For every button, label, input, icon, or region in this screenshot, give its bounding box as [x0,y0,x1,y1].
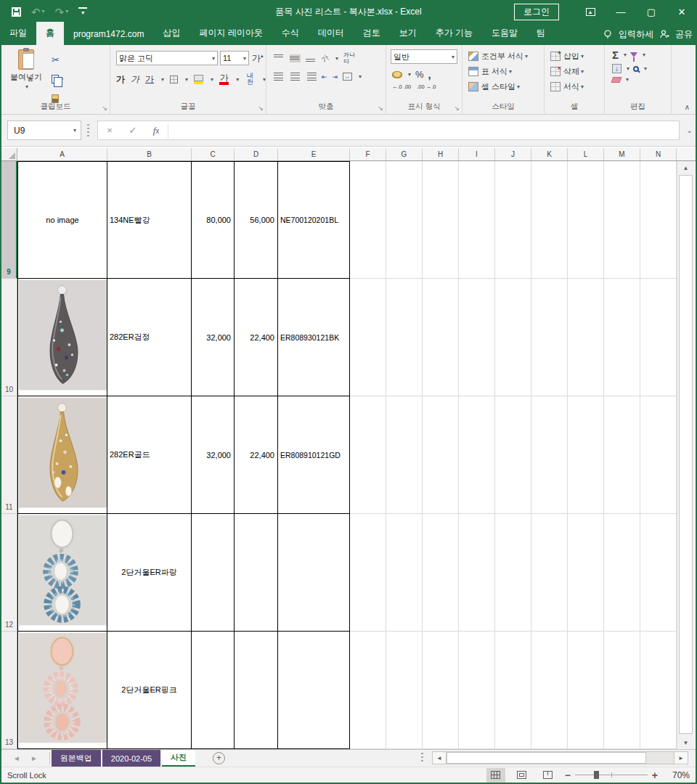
cell-empty[interactable] [604,514,640,632]
cell-price[interactable]: 32,000 [192,279,235,396]
cell-empty[interactable] [459,161,495,279]
tab-page-layout[interactable]: 페이지 레이아웃 [189,22,272,45]
cell-empty[interactable] [459,632,495,749]
column-header-K[interactable]: K [531,148,568,160]
cell-empty[interactable] [386,396,423,514]
cell-empty[interactable] [568,161,604,279]
maximize-button[interactable]: ▢ [636,0,667,23]
middle-align-icon[interactable] [290,54,301,62]
scroll-down-icon[interactable]: ▼ [677,736,694,749]
column-header-I[interactable]: I [459,148,495,160]
format-as-table-button[interactable]: 표 서식▾ [468,64,528,79]
sort-filter-icon[interactable] [630,52,637,57]
row-header-13[interactable]: 13 [1,632,17,749]
cell-empty[interactable] [423,514,459,632]
increase-indent-icon[interactable]: ⇥ [333,73,338,81]
horizontal-scrollbar-thumb[interactable] [447,752,646,764]
decrease-decimal-button[interactable]: .00 →.0 [417,83,436,90]
cell-item-name[interactable]: 282ER골드 [107,396,192,514]
undo-icon[interactable]: ↶▾ [31,7,45,17]
tab-addins[interactable]: 추가 기능 [426,22,482,45]
cell-code[interactable]: ER808910121GD [278,396,350,514]
cell-empty[interactable] [423,279,459,396]
zoom-slider[interactable] [575,775,648,775]
customize-qat-icon[interactable]: ▾ [78,7,87,16]
cell-photo[interactable] [17,396,107,514]
tell-me-box[interactable]: 입력하세 [619,28,653,41]
scroll-left-icon[interactable]: ◄ [432,751,447,764]
zoom-slider-thumb[interactable] [594,771,599,779]
column-header-G[interactable]: G [386,148,423,160]
cell-sale-price[interactable]: 22,400 [235,396,278,514]
close-button[interactable]: ✕ [667,0,697,23]
cell-empty[interactable] [386,632,423,749]
font-color-button[interactable]: 가 [219,73,229,85]
cell-empty[interactable] [568,514,604,632]
zoom-level[interactable]: 70% [665,770,690,780]
page-break-view-button[interactable] [539,768,558,783]
column-header-L[interactable]: L [568,148,604,160]
insert-function-icon[interactable]: fx [144,125,168,136]
cell-item-name[interactable]: 2단거울ER핑크 [107,632,192,749]
cell-empty[interactable] [604,279,640,396]
alignment-dialog-launcher-icon[interactable]: ↘ [378,105,383,112]
increase-decimal-button[interactable]: ←.0 .00 [392,83,411,90]
clear-icon[interactable] [611,77,622,83]
tab-file[interactable]: 파일 [0,22,36,45]
cell-empty[interactable] [386,514,423,632]
column-header-J[interactable]: J [495,148,531,160]
find-select-icon[interactable] [633,66,639,72]
decrease-indent-icon[interactable]: ⇤ [322,73,327,81]
tab-home[interactable]: 홈 [36,22,64,45]
share-button[interactable]: 공유 [675,28,693,41]
cell-empty[interactable] [568,279,604,396]
align-center-icon[interactable] [290,73,301,81]
cell-styles-button[interactable]: 셀 스타일▾ [468,79,528,94]
delete-cells-button[interactable]: ×삭제▾ [550,64,584,79]
cell-empty[interactable] [568,632,604,749]
column-header-B[interactable]: B [107,148,192,160]
cell-empty[interactable] [350,279,386,396]
cell-code[interactable]: NE700120201BL [278,161,350,279]
cell-empty[interactable] [495,396,531,514]
cell-empty[interactable] [531,632,568,749]
autosum-button[interactable]: Σ [612,49,619,61]
sheet-nav-left-icon[interactable]: ◄ [13,754,20,762]
confirm-entry-icon[interactable]: ✓ [121,125,144,136]
cell-code[interactable] [278,514,350,632]
clipboard-dialog-launcher-icon[interactable]: ↘ [102,105,107,112]
row-header-9[interactable]: 9 [1,161,17,279]
sheet-nav-right-icon[interactable]: ► [30,754,38,762]
gunmetal-crystal-drop-earring-photo[interactable] [19,279,107,391]
font-dialog-launcher-icon[interactable]: ↘ [258,105,264,112]
cell-empty[interactable] [350,514,386,632]
cut-button[interactable]: ✂ [49,52,62,67]
cell-empty[interactable] [423,632,459,749]
font-name-combobox[interactable]: 맑은 고딕▾ [116,51,218,65]
zoom-in-icon[interactable]: + [652,769,658,781]
row-header-10[interactable]: 10 [1,279,17,396]
cell-empty[interactable] [495,514,531,632]
ribbon-display-options-icon[interactable]: ▴ [575,0,606,23]
scroll-right-icon[interactable]: ► [674,751,688,764]
cell-item-name[interactable]: 2단거울ER파랑 [107,514,192,632]
cell-code[interactable]: ER808930121BK [278,279,350,396]
paste-button[interactable]: 붙여넣기 ▾ [9,49,44,90]
name-box[interactable]: U9▾ [7,121,81,140]
cell-price[interactable]: 80,000 [192,161,235,279]
cancel-entry-icon[interactable]: × [98,125,121,136]
cell-empty[interactable] [386,279,423,396]
align-right-icon[interactable] [306,73,317,81]
orientation-icon[interactable]: 가 [319,52,332,65]
column-header-D[interactable]: D [235,148,278,160]
sheet-tab-사진[interactable]: 사진 [162,750,195,767]
copy-button[interactable]: ▾ [49,72,65,86]
cell-empty[interactable] [350,632,386,749]
vertical-scrollbar-thumb[interactable] [679,175,693,734]
cell-empty[interactable] [604,632,640,749]
expand-formula-bar-icon[interactable]: ⌄ [687,126,693,134]
number-format-combobox[interactable]: 일반▾ [391,49,457,64]
percent-style-button[interactable]: % [415,69,424,80]
tab-review[interactable]: 검토 [354,22,390,45]
cell-empty[interactable] [459,396,495,514]
